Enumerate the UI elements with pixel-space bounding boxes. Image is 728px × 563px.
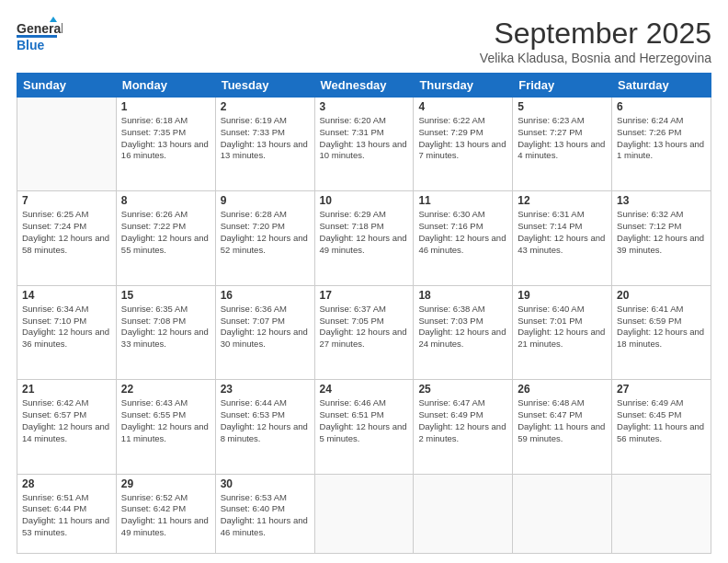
day-number: 6 bbox=[617, 100, 706, 113]
day-number: 1 bbox=[121, 100, 210, 113]
calendar-cell: 1Sunrise: 6:18 AMSunset: 7:35 PMDaylight… bbox=[116, 98, 215, 191]
calendar-cell: 4Sunrise: 6:22 AMSunset: 7:29 PMDaylight… bbox=[414, 98, 513, 191]
calendar-week-row: 1Sunrise: 6:18 AMSunset: 7:35 PMDaylight… bbox=[17, 98, 711, 191]
cell-info: Sunrise: 6:44 AMSunset: 6:53 PMDaylight:… bbox=[221, 397, 310, 444]
cell-info: Sunrise: 6:47 AMSunset: 6:49 PMDaylight:… bbox=[418, 397, 507, 444]
calendar-cell: 23Sunrise: 6:44 AMSunset: 6:53 PMDayligh… bbox=[215, 380, 314, 474]
calendar-cell bbox=[612, 474, 711, 553]
cell-info: Sunrise: 6:19 AMSunset: 7:33 PMDaylight:… bbox=[221, 115, 310, 162]
calendar-cell: 11Sunrise: 6:30 AMSunset: 7:16 PMDayligh… bbox=[414, 191, 513, 285]
calendar-week-row: 7Sunrise: 6:25 AMSunset: 7:24 PMDaylight… bbox=[17, 191, 711, 285]
day-number: 7 bbox=[22, 194, 111, 207]
day-number: 11 bbox=[418, 194, 507, 207]
calendar-cell: 18Sunrise: 6:38 AMSunset: 7:03 PMDayligh… bbox=[414, 285, 513, 379]
calendar-cell: 27Sunrise: 6:49 AMSunset: 6:45 PMDayligh… bbox=[612, 380, 711, 474]
calendar-cell: 29Sunrise: 6:52 AMSunset: 6:42 PMDayligh… bbox=[116, 474, 215, 553]
cell-info: Sunrise: 6:23 AMSunset: 7:27 PMDaylight:… bbox=[518, 115, 607, 162]
day-header-saturday: Saturday bbox=[612, 74, 711, 98]
cell-info: Sunrise: 6:49 AMSunset: 6:45 PMDaylight:… bbox=[617, 397, 706, 444]
calendar-cell: 9Sunrise: 6:28 AMSunset: 7:20 PMDaylight… bbox=[215, 191, 314, 285]
calendar-cell bbox=[314, 474, 414, 553]
logo-icon: General Blue bbox=[17, 17, 63, 55]
calendar-cell: 8Sunrise: 6:26 AMSunset: 7:22 PMDaylight… bbox=[116, 191, 215, 285]
calendar-cell: 16Sunrise: 6:36 AMSunset: 7:07 PMDayligh… bbox=[215, 285, 314, 379]
cell-info: Sunrise: 6:25 AMSunset: 7:24 PMDaylight:… bbox=[22, 209, 111, 256]
cell-info: Sunrise: 6:46 AMSunset: 6:51 PMDaylight:… bbox=[320, 397, 409, 444]
day-number: 5 bbox=[518, 100, 607, 113]
day-number: 2 bbox=[221, 100, 310, 113]
calendar-cell: 30Sunrise: 6:53 AMSunset: 6:40 PMDayligh… bbox=[215, 474, 314, 553]
day-number: 24 bbox=[320, 383, 409, 396]
calendar-cell: 22Sunrise: 6:43 AMSunset: 6:55 PMDayligh… bbox=[116, 380, 215, 474]
day-header-sunday: Sunday bbox=[17, 74, 117, 98]
day-number: 25 bbox=[418, 383, 507, 396]
day-number: 3 bbox=[320, 100, 409, 113]
calendar-cell: 5Sunrise: 6:23 AMSunset: 7:27 PMDaylight… bbox=[513, 98, 612, 191]
day-number: 23 bbox=[221, 383, 310, 396]
day-number: 27 bbox=[617, 383, 706, 396]
cell-info: Sunrise: 6:38 AMSunset: 7:03 PMDaylight:… bbox=[418, 304, 507, 350]
calendar-week-row: 21Sunrise: 6:42 AMSunset: 6:57 PMDayligh… bbox=[17, 380, 711, 474]
logo: General Blue bbox=[17, 17, 64, 55]
cell-info: Sunrise: 6:36 AMSunset: 7:07 PMDaylight:… bbox=[221, 304, 310, 350]
cell-info: Sunrise: 6:31 AMSunset: 7:14 PMDaylight:… bbox=[518, 209, 607, 256]
cell-info: Sunrise: 6:34 AMSunset: 7:10 PMDaylight:… bbox=[22, 304, 111, 350]
day-number: 19 bbox=[518, 289, 607, 302]
calendar-header-row: SundayMondayTuesdayWednesdayThursdayFrid… bbox=[17, 74, 711, 98]
calendar-cell: 3Sunrise: 6:20 AMSunset: 7:31 PMDaylight… bbox=[314, 98, 414, 191]
calendar-cell: 17Sunrise: 6:37 AMSunset: 7:05 PMDayligh… bbox=[314, 285, 414, 379]
calendar-cell: 24Sunrise: 6:46 AMSunset: 6:51 PMDayligh… bbox=[314, 380, 414, 474]
calendar-cell: 13Sunrise: 6:32 AMSunset: 7:12 PMDayligh… bbox=[612, 191, 711, 285]
cell-info: Sunrise: 6:40 AMSunset: 7:01 PMDaylight:… bbox=[518, 304, 607, 350]
day-number: 9 bbox=[221, 194, 310, 207]
calendar-cell bbox=[513, 474, 612, 553]
calendar-cell: 21Sunrise: 6:42 AMSunset: 6:57 PMDayligh… bbox=[17, 380, 117, 474]
location-subtitle: Velika Kladusa, Bosnia and Herzegovina bbox=[480, 51, 711, 65]
day-header-monday: Monday bbox=[116, 74, 215, 98]
month-title: September 2025 bbox=[480, 17, 711, 51]
calendar-week-row: 14Sunrise: 6:34 AMSunset: 7:10 PMDayligh… bbox=[17, 285, 711, 379]
day-header-friday: Friday bbox=[513, 74, 612, 98]
day-number: 8 bbox=[121, 194, 210, 207]
calendar-cell: 26Sunrise: 6:48 AMSunset: 6:47 PMDayligh… bbox=[513, 380, 612, 474]
cell-info: Sunrise: 6:42 AMSunset: 6:57 PMDaylight:… bbox=[22, 397, 111, 444]
day-number: 13 bbox=[617, 194, 706, 207]
day-number: 21 bbox=[22, 383, 111, 396]
svg-text:General: General bbox=[17, 21, 63, 36]
day-number: 14 bbox=[22, 289, 111, 302]
day-number: 18 bbox=[418, 289, 507, 302]
page: General Blue September 2025 Velika Kladu… bbox=[0, 0, 728, 563]
cell-info: Sunrise: 6:37 AMSunset: 7:05 PMDaylight:… bbox=[320, 304, 409, 350]
cell-info: Sunrise: 6:26 AMSunset: 7:22 PMDaylight:… bbox=[121, 209, 210, 256]
day-number: 30 bbox=[221, 477, 310, 490]
calendar-week-row: 28Sunrise: 6:51 AMSunset: 6:44 PMDayligh… bbox=[17, 474, 711, 553]
cell-info: Sunrise: 6:22 AMSunset: 7:29 PMDaylight:… bbox=[418, 115, 507, 162]
cell-info: Sunrise: 6:41 AMSunset: 6:59 PMDaylight:… bbox=[617, 304, 706, 350]
cell-info: Sunrise: 6:18 AMSunset: 7:35 PMDaylight:… bbox=[121, 115, 210, 162]
header: General Blue September 2025 Velika Kladu… bbox=[17, 17, 711, 65]
day-number: 28 bbox=[22, 477, 111, 490]
calendar-cell: 25Sunrise: 6:47 AMSunset: 6:49 PMDayligh… bbox=[414, 380, 513, 474]
calendar-cell: 12Sunrise: 6:31 AMSunset: 7:14 PMDayligh… bbox=[513, 191, 612, 285]
cell-info: Sunrise: 6:35 AMSunset: 7:08 PMDaylight:… bbox=[121, 304, 210, 350]
day-number: 17 bbox=[320, 289, 409, 302]
cell-info: Sunrise: 6:51 AMSunset: 6:44 PMDaylight:… bbox=[22, 492, 111, 539]
cell-info: Sunrise: 6:32 AMSunset: 7:12 PMDaylight:… bbox=[617, 209, 706, 256]
day-number: 10 bbox=[320, 194, 409, 207]
day-number: 26 bbox=[518, 383, 607, 396]
day-number: 29 bbox=[121, 477, 210, 490]
calendar-cell bbox=[17, 98, 117, 191]
day-header-tuesday: Tuesday bbox=[215, 74, 314, 98]
day-number: 22 bbox=[121, 383, 210, 396]
calendar-cell: 10Sunrise: 6:29 AMSunset: 7:18 PMDayligh… bbox=[314, 191, 414, 285]
day-number: 4 bbox=[418, 100, 507, 113]
cell-info: Sunrise: 6:43 AMSunset: 6:55 PMDaylight:… bbox=[121, 397, 210, 444]
day-header-wednesday: Wednesday bbox=[314, 74, 414, 98]
cell-info: Sunrise: 6:52 AMSunset: 6:42 PMDaylight:… bbox=[121, 492, 210, 539]
calendar-cell: 15Sunrise: 6:35 AMSunset: 7:08 PMDayligh… bbox=[116, 285, 215, 379]
cell-info: Sunrise: 6:24 AMSunset: 7:26 PMDaylight:… bbox=[617, 115, 706, 162]
cell-info: Sunrise: 6:29 AMSunset: 7:18 PMDaylight:… bbox=[320, 209, 409, 256]
calendar-table: SundayMondayTuesdayWednesdayThursdayFrid… bbox=[17, 73, 711, 554]
day-number: 15 bbox=[121, 289, 210, 302]
day-number: 20 bbox=[617, 289, 706, 302]
